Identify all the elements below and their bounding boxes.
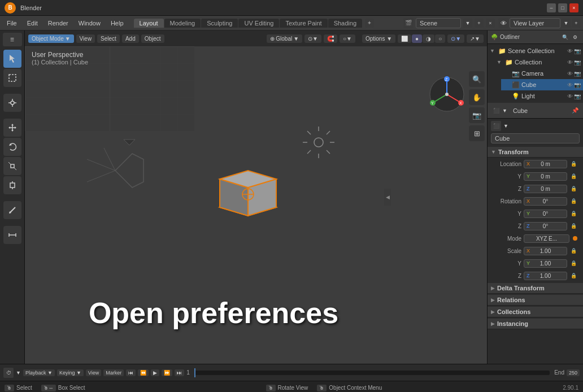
scale-z-value[interactable]: Z 1.00 [524, 272, 567, 280]
end-frame-input[interactable]: 250 [567, 369, 580, 376]
camera-item[interactable]: ▶ 📷 Camera 👁 📷 [501, 68, 583, 79]
rotation-y-lock[interactable]: 🔒 [569, 211, 577, 216]
location-x-value[interactable]: X 0 m [524, 160, 567, 168]
menu-help[interactable]: Help [106, 19, 128, 28]
cursor-tool[interactable] [3, 94, 21, 112]
move-tool[interactable] [3, 119, 21, 137]
scale-z-lock[interactable]: 🔒 [569, 273, 577, 278]
scale-tool[interactable] [3, 157, 21, 175]
location-y-value[interactable]: Y 0 m [524, 172, 567, 181]
navigation-gizmo[interactable]: Z X Y [427, 75, 467, 114]
location-y-lock[interactable]: 🔒 [569, 173, 577, 179]
light-item[interactable]: ▶ 💡 Light 👁 📷 [501, 90, 583, 102]
tab-layout[interactable]: Layout [134, 19, 164, 28]
new-scene-button[interactable]: + [475, 19, 484, 28]
tab-uv-editing[interactable]: UV Editing [238, 19, 279, 28]
zoom-to-selected-btn[interactable]: 🔍 [469, 71, 485, 87]
transform-tool[interactable] [3, 176, 21, 194]
add-workspace-button[interactable]: + [365, 19, 374, 28]
cube-render-icon[interactable]: 📷 [574, 82, 581, 88]
window-controls[interactable]: – □ × [547, 3, 578, 12]
panel-collapse-arrow[interactable]: ◀ [384, 189, 391, 206]
object-name-input[interactable] [491, 133, 580, 143]
light-render-icon[interactable]: 📷 [574, 93, 581, 99]
menu-edit[interactable]: Edit [23, 19, 42, 28]
scale-x-lock[interactable]: 🔒 [569, 248, 577, 254]
minimize-button[interactable]: – [547, 3, 556, 12]
scale-x-value[interactable]: X 1.00 [524, 247, 567, 255]
canvas-area[interactable]: Z X Y 🔍 ✋ 📷 ⊞ [25, 46, 487, 364]
step-forward-btn[interactable]: ⏩ [162, 369, 172, 376]
transform-section-header[interactable]: ▼ Transform [488, 147, 583, 158]
jump-end-btn[interactable]: ⏭ [175, 369, 184, 376]
rotation-z-value[interactable]: Z 0° [524, 222, 567, 230]
cube-eye-icon[interactable]: 👁 [567, 82, 573, 88]
location-x-lock[interactable]: 🔒 [569, 161, 577, 167]
solid-shading-btn[interactable]: ● [412, 34, 422, 43]
grab-pan-btn[interactable]: ✋ [469, 89, 485, 105]
tab-modeling[interactable]: Modeling [164, 19, 201, 28]
tab-shading[interactable]: Shading [328, 19, 362, 28]
scene-menu-button[interactable]: ▼ [463, 19, 472, 28]
annotate-tool[interactable] [3, 201, 21, 219]
play-btn[interactable]: ▶ [151, 369, 159, 376]
rotation-z-lock[interactable]: 🔒 [569, 223, 577, 229]
viewport-overlay-btn[interactable]: ⊙▼ [447, 34, 464, 43]
measure-tool[interactable] [3, 226, 21, 244]
menu-window[interactable]: Window [74, 19, 105, 28]
collection-render-icon[interactable]: 📷 [574, 59, 581, 66]
prop-pin-btn[interactable]: 📌 [571, 106, 580, 115]
toggle-quad-btn[interactable]: ⊞ [469, 125, 485, 141]
maximize-button[interactable]: □ [558, 3, 567, 12]
new-view-layer-button[interactable]: + [572, 19, 581, 28]
scale-y-lock[interactable]: 🔒 [569, 260, 577, 266]
rotation-x-value[interactable]: X 0° [524, 197, 567, 206]
del-scene-button[interactable]: × [486, 19, 495, 28]
rotation-mode-dot[interactable] [573, 236, 577, 241]
tab-texture-paint[interactable]: Texture Paint [280, 19, 327, 28]
select-tool[interactable] [3, 50, 21, 68]
mode-selector[interactable]: ☰ [3, 33, 22, 46]
render-shading-btn[interactable]: ○ [435, 34, 445, 43]
location-z-lock[interactable]: 🔒 [569, 186, 577, 191]
wire-shading-btn[interactable]: ⬜ [398, 34, 411, 43]
transform-space-selector[interactable]: ⊕ Global ▼ [267, 34, 302, 43]
instancing-header[interactable]: ▶ Instancing [488, 319, 583, 329]
menu-render[interactable]: Render [43, 19, 73, 28]
menu-file[interactable]: File [2, 19, 21, 28]
gizmo-btn[interactable]: ↗▼ [467, 34, 484, 43]
collection-item[interactable]: ▼ 📁 Collection 👁 📷 [494, 56, 583, 68]
playback-menu[interactable]: Playback ▼ [23, 369, 55, 376]
location-z-value[interactable]: Z 0 m [524, 185, 567, 193]
scene-input[interactable]: Scene [416, 18, 461, 28]
pivot-point-selector[interactable]: ⊙▼ [304, 34, 321, 43]
outliner-options-btn[interactable]: ⚙ [571, 33, 580, 42]
cube-object[interactable] [211, 159, 268, 216]
viewport-view-menu[interactable]: View [76, 34, 95, 43]
camera-eye-icon[interactable]: 👁 [567, 71, 573, 77]
jump-start-btn[interactable]: ⏮ [126, 369, 136, 376]
render-icon[interactable]: 📷 [574, 48, 581, 54]
rotation-y-value[interactable]: Y 0° [524, 210, 567, 218]
marker-menu[interactable]: Marker [103, 369, 124, 376]
scene-collection-item[interactable]: ▼ 📁 Scene Collection 👁 📷 [488, 45, 583, 56]
viewport-add-menu[interactable]: Add [122, 34, 139, 43]
relations-header[interactable]: ▶ Relations [488, 295, 583, 306]
collection-visibility-icon[interactable]: 👁 [567, 59, 573, 66]
rotation-x-lock[interactable]: 🔒 [569, 198, 577, 204]
view-layer-input[interactable]: View Layer [510, 18, 560, 28]
select-box-tool[interactable] [3, 69, 21, 87]
object-mode-selector[interactable]: Object Mode ▼ [28, 34, 74, 43]
step-back-btn[interactable]: ⏪ [138, 369, 149, 376]
keying-menu[interactable]: Keying ▼ [57, 369, 84, 376]
camera-render-icon[interactable]: 📷 [574, 71, 581, 77]
rotation-mode-selector[interactable]: XYZ E... [524, 234, 569, 243]
proportional-edit[interactable]: ○▼ [340, 34, 355, 43]
view-layer-menu[interactable]: ▼ [562, 19, 571, 28]
cube-item[interactable]: ▶ ⬛ Cube 👁 📷 [501, 79, 583, 90]
options-btn[interactable]: Options ▼ [362, 34, 395, 43]
camera-view-btn[interactable]: 📷 [469, 107, 485, 123]
rotate-tool[interactable] [3, 138, 21, 156]
scale-y-value[interactable]: Y 1.00 [524, 259, 567, 268]
close-button[interactable]: × [569, 3, 578, 12]
